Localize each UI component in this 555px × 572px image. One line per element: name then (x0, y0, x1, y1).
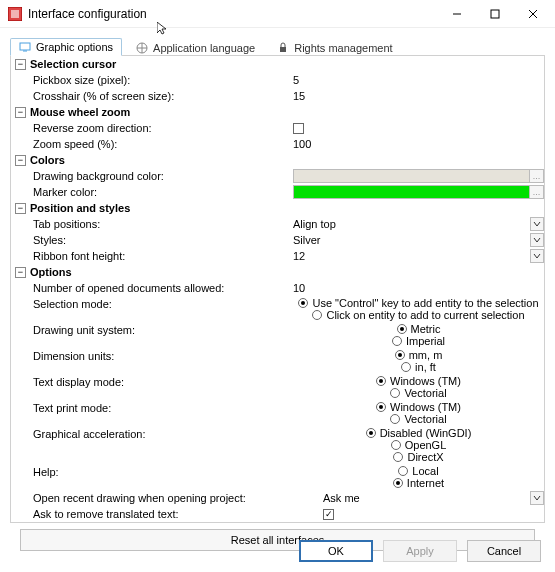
value[interactable]: 5 (293, 74, 544, 86)
label: Reverse zoom direction: (33, 122, 293, 134)
svg-rect-3 (491, 10, 499, 18)
value[interactable]: 15 (293, 90, 544, 102)
label: Open recent drawing when opening project… (33, 492, 323, 504)
collapse-toggle[interactable]: − (15, 267, 26, 278)
row-drawing-unit: Drawing unit system: Metric Imperial (11, 322, 544, 348)
maximize-button[interactable] (477, 2, 513, 26)
radio-help-internet[interactable]: Internet (393, 477, 444, 489)
chevron-down-icon[interactable] (530, 249, 544, 263)
label: Ask to remove translated text: (33, 508, 323, 520)
row-zoom-speed: Zoom speed (%): 100 (11, 136, 544, 152)
row-drawing-bg-color: Drawing background color: … (11, 168, 544, 184)
radio-text-print-windows[interactable]: Windows (TM) (376, 401, 461, 413)
radio-control-key[interactable]: Use "Control" key to add entity to the s… (298, 297, 538, 309)
svg-rect-9 (280, 47, 286, 52)
row-crosshair-size: Crosshair (% of screen size): 15 (11, 88, 544, 104)
collapse-toggle[interactable]: − (15, 59, 26, 70)
label: Selection mode: (33, 297, 293, 310)
row-styles: Styles: Silver (11, 232, 544, 248)
row-selection-mode: Selection mode: Use "Control" key to add… (11, 296, 544, 322)
ask-remove-checkbox[interactable] (323, 509, 334, 520)
group-selection-cursor: − Selection cursor (11, 56, 544, 72)
label: Drawing unit system: (33, 323, 293, 336)
settings-panel: − Selection cursor Pickbox size (pixel):… (10, 56, 545, 523)
chevron-down-icon[interactable] (530, 233, 544, 247)
label: Number of opened documents allowed: (33, 282, 293, 294)
row-open-recent: Open recent drawing when opening project… (11, 490, 544, 506)
tab-application-language[interactable]: Application language (128, 40, 263, 56)
minimize-button[interactable] (439, 2, 475, 26)
cancel-button[interactable]: Cancel (467, 540, 541, 562)
label: Graphical acceleration: (33, 427, 293, 440)
radio-metric[interactable]: Metric (397, 323, 441, 335)
tab-bar: Graphic options Application language Rig… (10, 34, 545, 56)
row-dimension-units: Dimension units: mm, m in, ft (11, 348, 544, 374)
radio-accel-directx[interactable]: DirectX (393, 451, 443, 463)
ok-button[interactable]: OK (299, 540, 373, 562)
expand-button[interactable]: … (529, 170, 543, 182)
tab-label: Graphic options (36, 41, 113, 53)
value[interactable]: 10 (293, 282, 544, 294)
lock-icon (277, 42, 289, 54)
label: Ribbon font height: (33, 250, 293, 262)
label: Text display mode: (33, 375, 293, 388)
radio-imperial[interactable]: Imperial (392, 335, 445, 347)
radio-help-local[interactable]: Local (398, 465, 438, 477)
dropdown-value[interactable]: Align top (293, 218, 530, 230)
tab-label: Rights management (294, 42, 392, 54)
radio-in-ft[interactable]: in, ft (401, 361, 436, 373)
group-mouse-wheel-zoom: − Mouse wheel zoom (11, 104, 544, 120)
collapse-toggle[interactable]: − (15, 107, 26, 118)
dropdown-value[interactable]: Silver (293, 234, 530, 246)
tab-label: Application language (153, 42, 255, 54)
radio-mm-m[interactable]: mm, m (395, 349, 443, 361)
dropdown-value[interactable]: 12 (293, 250, 530, 262)
label: Zoom speed (%): (33, 138, 293, 150)
tab-rights-management[interactable]: Rights management (269, 40, 400, 56)
row-open-docs: Number of opened documents allowed: 10 (11, 280, 544, 296)
collapse-toggle[interactable]: − (15, 155, 26, 166)
chevron-down-icon[interactable] (530, 217, 544, 231)
titlebar: Interface configuration (0, 0, 555, 28)
label: Dimension units: (33, 349, 293, 362)
radio-click-entity[interactable]: Click on entity to add to current select… (312, 309, 524, 321)
monitor-icon (19, 41, 31, 53)
radio-text-disp-vectorial[interactable]: Vectorial (390, 387, 446, 399)
row-marker-color: Marker color: … (11, 184, 544, 200)
radio-accel-opengl[interactable]: OpenGL (391, 439, 447, 451)
globe-icon (136, 42, 148, 54)
close-button[interactable] (515, 2, 551, 26)
apply-button: Apply (383, 540, 457, 562)
group-title: Selection cursor (30, 58, 116, 70)
group-title: Mouse wheel zoom (30, 106, 130, 118)
label: Tab positions: (33, 218, 293, 230)
tab-graphic-options[interactable]: Graphic options (10, 38, 122, 56)
svg-rect-1 (11, 10, 19, 18)
radio-text-disp-windows[interactable]: Windows (TM) (376, 375, 461, 387)
row-graphical-accel: Graphical acceleration: Disabled (WinGDI… (11, 426, 544, 464)
row-text-print: Text print mode: Windows (TM) Vectorial (11, 400, 544, 426)
svg-rect-6 (20, 43, 30, 50)
group-title: Options (30, 266, 72, 278)
row-tab-positions: Tab positions: Align top (11, 216, 544, 232)
group-title: Position and styles (30, 202, 130, 214)
dialog-footer: OK Apply Cancel (299, 540, 541, 562)
label: Styles: (33, 234, 293, 246)
radio-accel-disabled[interactable]: Disabled (WinGDI) (366, 427, 472, 439)
marker-color-swatch[interactable]: … (293, 185, 544, 199)
group-options: − Options (11, 264, 544, 280)
expand-button[interactable]: … (529, 186, 543, 198)
collapse-toggle[interactable]: − (15, 203, 26, 214)
group-colors: − Colors (11, 152, 544, 168)
radio-text-print-vectorial[interactable]: Vectorial (390, 413, 446, 425)
label: Pickbox size (pixel): (33, 74, 293, 86)
bg-color-swatch[interactable]: … (293, 169, 544, 183)
dropdown-value[interactable]: Ask me (323, 492, 530, 504)
row-reverse-zoom: Reverse zoom direction: (11, 120, 544, 136)
value[interactable]: 100 (293, 138, 544, 150)
reverse-zoom-checkbox[interactable] (293, 123, 304, 134)
label: Text print mode: (33, 401, 293, 414)
chevron-down-icon[interactable] (530, 491, 544, 505)
app-icon (8, 7, 22, 21)
label: Drawing background color: (33, 170, 293, 182)
